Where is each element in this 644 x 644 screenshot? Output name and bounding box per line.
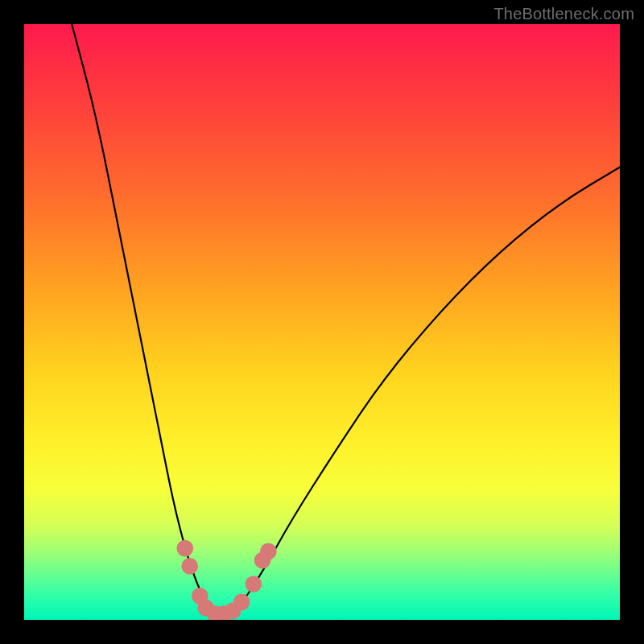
- marker-dot: [233, 593, 250, 610]
- chart-frame: TheBottleneck.com: [0, 0, 644, 644]
- marker-dot: [260, 543, 277, 560]
- right-curve: [221, 167, 620, 620]
- marker-dot: [246, 576, 262, 592]
- curve-layer: [24, 24, 620, 620]
- plot-area: [24, 24, 620, 620]
- watermark-text: TheBottleneck.com: [493, 5, 634, 23]
- marker-dot: [176, 540, 193, 557]
- marker-dot: [181, 558, 198, 575]
- left-curve: [72, 24, 221, 620]
- data-markers: [176, 540, 276, 620]
- bottleneck-curve: [72, 24, 620, 620]
